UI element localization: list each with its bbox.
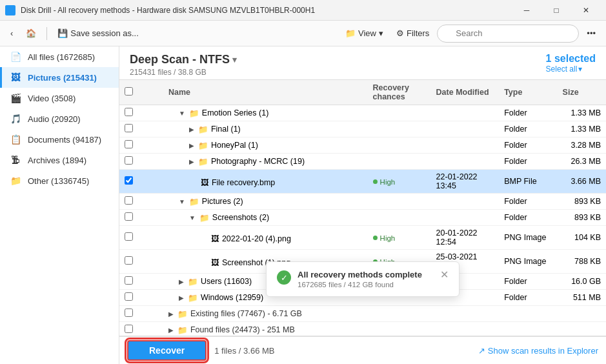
row-checkbox[interactable] <box>125 325 133 333</box>
row-name-cell: ▶ 📁 HoneyPal (1) <box>163 137 368 154</box>
filters-button[interactable]: ⚙ Filters <box>391 25 434 43</box>
more-button[interactable]: ••• <box>581 25 601 43</box>
notification-subtitle: 1672685 files / 412 GB found <box>298 281 434 288</box>
row-checkbox[interactable] <box>125 308 133 317</box>
table-row: ▼ 📁 Screenshots (2) Folder 893 KB <box>119 210 606 226</box>
row-filename: Users (11603) <box>201 277 252 286</box>
folder-icon: 📁 <box>198 157 208 167</box>
tree-toggle-icon[interactable]: ▶ <box>168 327 174 334</box>
row-checkbox[interactable] <box>125 292 133 301</box>
row-type-cell: PNG Image <box>499 250 557 274</box>
file-table-body: ▼ 📁 Emotion Series (1) Folder 1.33 MB ▶ … <box>119 105 606 336</box>
tree-toggle-icon[interactable]: ▶ <box>168 310 174 318</box>
tree-toggle-icon[interactable]: ▶ <box>189 142 194 149</box>
row-checkbox[interactable] <box>125 212 133 221</box>
home-button[interactable]: 🏠 <box>21 25 41 43</box>
titlebar-title: Disk Drill - All recovery methods - Hard… <box>21 6 507 15</box>
row-size-cell: 1.33 MB <box>558 105 606 121</box>
maximize-button[interactable]: □ <box>541 0 571 21</box>
table-row: ▼ 📁 Pictures (2) Folder 893 KB <box>119 194 606 210</box>
select-all-checkbox[interactable] <box>125 87 133 96</box>
table-row: 🖼 2022-01-20 (4).png High 20-01-2022 12:… <box>119 226 606 250</box>
col-header-name: Name <box>163 80 368 105</box>
tree-toggle-icon[interactable]: ▶ <box>189 126 194 133</box>
sidebar-item-archives[interactable]: 🗜 Archives (1894) <box>0 150 119 170</box>
table-row: ▶ 📁 Final (1) Folder 1.33 MB <box>119 121 606 137</box>
save-session-button[interactable]: 💾 Save session as... <box>52 25 144 43</box>
recover-button[interactable]: Recover <box>127 340 207 361</box>
sidebar-item-video[interactable]: 🎬 Video (3508) <box>0 88 119 108</box>
file-icon: 🖼 <box>211 258 219 267</box>
select-all-button[interactable]: Select all ▾ <box>546 65 583 74</box>
file-icon: 🖼 <box>211 234 219 243</box>
row-checkbox[interactable] <box>125 124 133 132</box>
row-checkbox-cell <box>119 194 163 210</box>
row-name-cell: ▶ 📁 Final (1) <box>163 121 368 137</box>
close-button[interactable]: ✕ <box>571 0 601 21</box>
folder-icon: 📁 <box>189 108 199 118</box>
sidebar: 📄 All files (1672685) 🖼 Pictures (215431… <box>0 46 119 364</box>
main-layout: 📄 All files (1672685) 🖼 Pictures (215431… <box>0 46 606 364</box>
row-checkbox[interactable] <box>125 256 133 265</box>
row-filename: HoneyPal (1) <box>211 141 258 150</box>
toolbar: ‹ 🏠 💾 Save session as... 📁 View ▾ ⚙ Filt… <box>0 21 606 46</box>
row-filename: 2022-01-20 (4).png <box>222 234 291 243</box>
row-date-cell <box>431 322 500 336</box>
row-filename: File recovery.bmp <box>212 178 275 187</box>
documents-icon: 📋 <box>10 134 21 145</box>
table-header-row: Name Recovery chances Date Modified Type <box>119 80 606 105</box>
save-icon: 💾 <box>57 28 68 38</box>
row-name-cell: 🖼 2022-01-20 (4).png <box>163 226 368 250</box>
audio-icon: 🎵 <box>10 114 21 124</box>
tree-toggle-icon[interactable]: ▼ <box>179 110 185 117</box>
row-checkbox-cell <box>119 226 163 250</box>
col-header-date: Date Modified <box>431 80 500 105</box>
table-row: ▼ 📁 Emotion Series (1) Folder 1.33 MB <box>119 105 606 121</box>
file-table-container[interactable]: Name Recovery chances Date Modified Type <box>119 79 606 336</box>
row-size-cell: 893 KB <box>558 194 606 210</box>
row-recovery-cell <box>368 121 431 137</box>
row-checkbox[interactable] <box>125 276 133 285</box>
toolbar-right: 📁 View ▾ ⚙ Filters 🔍 ••• <box>340 25 601 43</box>
file-icon: 🖼 <box>201 178 209 187</box>
row-recovery-cell <box>368 105 431 121</box>
search-wrapper: 🔍 <box>437 25 579 43</box>
row-checkbox[interactable] <box>125 156 133 165</box>
home-icon: 🏠 <box>26 28 36 38</box>
row-checkbox-cell <box>119 250 163 274</box>
scan-title-chevron-icon[interactable]: ▾ <box>232 55 237 65</box>
sidebar-item-audio[interactable]: 🎵 Audio (20920) <box>0 108 119 129</box>
sidebar-item-pictures[interactable]: 🖼 Pictures (215431) <box>0 67 119 88</box>
sidebar-item-documents[interactable]: 📋 Documents (94187) <box>0 129 119 150</box>
row-checkbox[interactable] <box>125 176 133 185</box>
tree-toggle-icon[interactable]: ▶ <box>179 278 184 285</box>
recovery-dot <box>373 236 378 240</box>
minimize-button[interactable]: ─ <box>512 0 541 21</box>
row-recovery-cell: High <box>368 226 431 250</box>
row-filename: Pictures (2) <box>202 197 243 206</box>
row-checkbox-cell <box>119 137 163 154</box>
back-button[interactable]: ‹ <box>5 25 18 43</box>
tree-toggle-icon[interactable]: ▼ <box>179 198 185 205</box>
sidebar-item-other[interactable]: 📁 Other (1336745) <box>0 170 119 191</box>
tree-toggle-icon[interactable]: ▼ <box>189 214 196 221</box>
col-header-recovery: Recovery chances <box>368 80 431 105</box>
row-checkbox[interactable] <box>125 140 133 148</box>
sidebar-item-all[interactable]: 📄 All files (1672685) <box>0 46 119 67</box>
table-row: ▶ 📁 Found files (24473) - 251 MB <box>119 322 606 336</box>
row-filename: Emotion Series (1) <box>202 108 269 117</box>
tree-toggle-icon[interactable]: ▶ <box>189 158 194 165</box>
row-checkbox[interactable] <box>125 196 133 205</box>
row-checkbox-cell <box>119 274 163 290</box>
search-input[interactable] <box>437 25 579 43</box>
notification-close-button[interactable]: ✕ <box>440 270 449 280</box>
row-checkbox[interactable] <box>125 108 133 116</box>
row-size-cell: 3.66 MB <box>558 170 606 194</box>
show-explorer-button[interactable]: ↗ Show scan results in Explorer <box>478 346 598 356</box>
tree-toggle-icon[interactable]: ▶ <box>179 294 184 301</box>
row-checkbox[interactable] <box>125 232 133 241</box>
view-button[interactable]: 📁 View ▾ <box>340 25 389 43</box>
row-date-cell <box>431 121 500 137</box>
row-recovery-cell <box>368 210 431 226</box>
archives-icon: 🗜 <box>10 155 21 165</box>
